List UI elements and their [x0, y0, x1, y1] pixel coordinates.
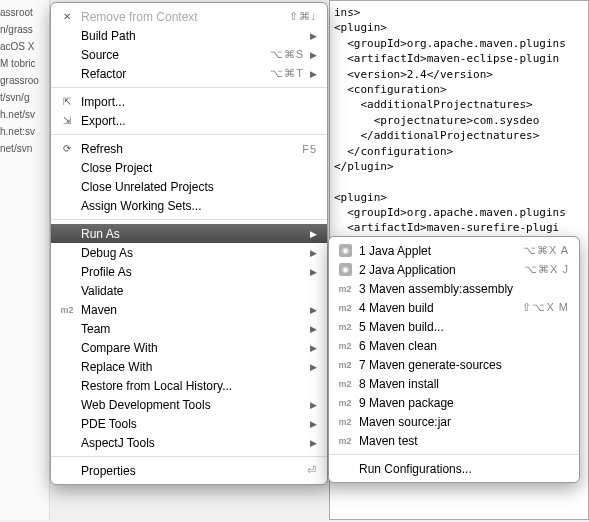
blank-icon	[59, 340, 75, 356]
sub_menu-item-run-configurations[interactable]: Run Configurations...	[329, 459, 579, 478]
menu-item-label: Assign Working Sets...	[81, 199, 317, 213]
main_menu-item-refresh[interactable]: ⟳RefreshF5	[51, 139, 327, 158]
main_menu-item-close-project[interactable]: Close Project	[51, 158, 327, 177]
java-launch-icon: ◉	[337, 243, 353, 259]
blank-icon	[59, 359, 75, 375]
menu-item-label: Refactor	[81, 67, 262, 81]
menu-shortcut: ⌥⌘X J	[524, 263, 569, 276]
main_menu-item-profile-as[interactable]: Profile As▶	[51, 262, 327, 281]
menu-item-label: Run As	[81, 227, 304, 241]
sub_menu-item-4-maven-build[interactable]: m24 Maven build⇧⌥X M	[329, 298, 579, 317]
sub_menu-item-1-java-applet[interactable]: ◉1 Java Applet⌥⌘X A	[329, 241, 579, 260]
tree-text-fragment: assroot	[0, 4, 49, 21]
tree-text-fragment: M tobric	[0, 55, 49, 72]
blank-icon	[59, 397, 75, 413]
blank-icon	[59, 245, 75, 261]
menu-separator	[51, 219, 327, 220]
blank-icon	[59, 378, 75, 394]
menu-item-label: 3 Maven assembly:assembly	[359, 282, 569, 296]
submenu-arrow-icon: ▶	[310, 31, 317, 41]
blank-icon	[59, 179, 75, 195]
main_menu-item-refactor[interactable]: Refactor⌥⌘T▶	[51, 64, 327, 83]
menu-item-label: Remove from Context	[81, 10, 281, 24]
main_menu-item-web-development-tools[interactable]: Web Development Tools▶	[51, 395, 327, 414]
main_menu-item-build-path[interactable]: Build Path▶	[51, 26, 327, 45]
menu-item-label: Debug As	[81, 246, 304, 260]
menu-shortcut: ⌥⌘S	[270, 48, 304, 61]
main_menu-item-assign-working-sets[interactable]: Assign Working Sets...	[51, 196, 327, 215]
main_menu-item-export[interactable]: ⇲Export...	[51, 111, 327, 130]
menu-item-label: Compare With	[81, 341, 304, 355]
submenu-arrow-icon: ▶	[310, 400, 317, 410]
menu-shortcut: ⌥⌘X A	[523, 244, 569, 257]
sub_menu-item-maven-source-jar[interactable]: m2Maven source:jar	[329, 412, 579, 431]
main_menu-item-source[interactable]: Source⌥⌘S▶	[51, 45, 327, 64]
submenu-arrow-icon: ▶	[310, 324, 317, 334]
sub_menu-item-6-maven-clean[interactable]: m26 Maven clean	[329, 336, 579, 355]
blank-icon	[59, 198, 75, 214]
submenu-arrow-icon: ▶	[310, 69, 317, 79]
main_menu-item-pde-tools[interactable]: PDE Tools▶	[51, 414, 327, 433]
blank-icon	[59, 463, 75, 479]
sub_menu-item-maven-test[interactable]: m2Maven test	[329, 431, 579, 450]
submenu-arrow-icon: ▶	[310, 267, 317, 277]
export-icon: ⇲	[59, 113, 75, 129]
menu-item-label: Properties	[81, 464, 299, 478]
submenu-arrow-icon: ▶	[310, 305, 317, 315]
main_menu-item-replace-with[interactable]: Replace With▶	[51, 357, 327, 376]
import-icon: ⇱	[59, 94, 75, 110]
menu-separator	[51, 87, 327, 88]
maven-icon: m2	[337, 300, 353, 316]
java-launch-icon: ◉	[337, 262, 353, 278]
main_menu-item-maven[interactable]: m2Maven▶	[51, 300, 327, 319]
menu-separator	[51, 134, 327, 135]
maven-icon: m2	[337, 395, 353, 411]
menu-item-label: 4 Maven build	[359, 301, 514, 315]
main_menu-item-compare-with[interactable]: Compare With▶	[51, 338, 327, 357]
maven-icon: m2	[337, 376, 353, 392]
sub_menu-item-9-maven-package[interactable]: m29 Maven package	[329, 393, 579, 412]
menu-item-label: Restore from Local History...	[81, 379, 317, 393]
sub_menu-item-2-java-application[interactable]: ◉2 Java Application⌥⌘X J	[329, 260, 579, 279]
blank-icon	[59, 66, 75, 82]
blank-icon	[337, 461, 353, 477]
menu-item-label: Replace With	[81, 360, 304, 374]
remove-icon: ✕	[59, 9, 75, 25]
menu-shortcut: ⏎	[307, 464, 317, 477]
menu-shortcut: ⌥⌘T	[270, 67, 304, 80]
menu-item-label: 2 Java Application	[359, 263, 516, 277]
menu-item-label: PDE Tools	[81, 417, 304, 431]
menu-item-label: 6 Maven clean	[359, 339, 569, 353]
menu-item-label: Import...	[81, 95, 317, 109]
project-tree-fragment: assrootn/grassacOS XM tobricgrassroot/sv…	[0, 0, 50, 520]
maven-icon: m2	[337, 338, 353, 354]
maven-icon: m2	[337, 281, 353, 297]
sub_menu-item-7-maven-generate-sources[interactable]: m27 Maven generate-sources	[329, 355, 579, 374]
sub_menu-item-3-maven-assembly-assembly[interactable]: m23 Maven assembly:assembly	[329, 279, 579, 298]
tree-text-fragment: h.net:sv	[0, 123, 49, 140]
main_menu-item-import[interactable]: ⇱Import...	[51, 92, 327, 111]
tree-text-fragment: h.net/sv	[0, 106, 49, 123]
menu-shortcut: ⇧⌘↓	[289, 10, 318, 23]
menu-shortcut: F5	[302, 143, 317, 155]
main_menu-item-debug-as[interactable]: Debug As▶	[51, 243, 327, 262]
main_menu-item-close-unrelated-projects[interactable]: Close Unrelated Projects	[51, 177, 327, 196]
maven-icon: m2	[337, 433, 353, 449]
main_menu-item-run-as[interactable]: Run As▶	[51, 224, 327, 243]
main_menu-item-properties[interactable]: Properties⏎	[51, 461, 327, 480]
main_menu-item-aspectj-tools[interactable]: AspectJ Tools▶	[51, 433, 327, 452]
maven-icon: m2	[337, 319, 353, 335]
main_menu-item-restore-from-local-history[interactable]: Restore from Local History...	[51, 376, 327, 395]
maven-icon: m2	[59, 302, 75, 318]
menu-item-label: Maven	[81, 303, 304, 317]
tree-text-fragment: acOS X	[0, 38, 49, 55]
main_menu-item-team[interactable]: Team▶	[51, 319, 327, 338]
blank-icon	[59, 283, 75, 299]
menu-item-label: Run Configurations...	[359, 462, 569, 476]
sub_menu-item-5-maven-build[interactable]: m25 Maven build...	[329, 317, 579, 336]
main_menu-item-validate[interactable]: Validate	[51, 281, 327, 300]
run-as-submenu: ◉1 Java Applet⌥⌘X A◉2 Java Application⌥⌘…	[328, 236, 580, 483]
tree-text-fragment: t/svn/g	[0, 89, 49, 106]
menu-item-label: Build Path	[81, 29, 304, 43]
sub_menu-item-8-maven-install[interactable]: m28 Maven install	[329, 374, 579, 393]
